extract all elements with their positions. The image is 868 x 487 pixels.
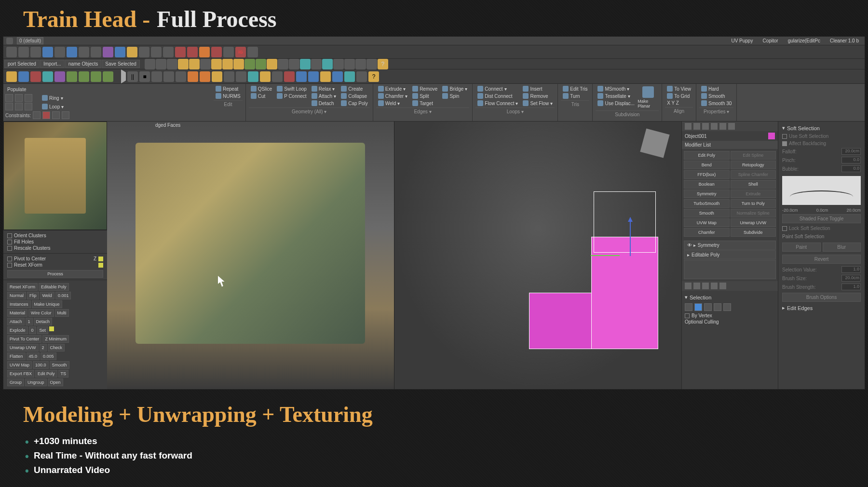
selection-rollout[interactable]: ▾ Selection — [685, 293, 775, 302]
swirl-icon[interactable] — [224, 71, 234, 82]
flatten-btn[interactable]: Flatten — [7, 352, 26, 360]
swift-loop-button[interactable]: Swift Loop — [275, 85, 309, 92]
t2-icon-5[interactable] — [54, 71, 65, 82]
ungroup-btn[interactable]: Ungroup — [25, 379, 47, 386]
paint-button[interactable]: Paint — [782, 243, 821, 252]
to-grid-button[interactable]: To Grid — [665, 93, 693, 99]
editpoly-btn[interactable]: Edit Poly — [35, 370, 57, 378]
mod-symmetry[interactable]: Symmetry — [684, 189, 730, 198]
z-swatch[interactable] — [98, 257, 103, 261]
unwrap-val[interactable]: 2 — [40, 344, 47, 352]
curve-editor-icon[interactable] — [355, 59, 366, 69]
render-icon[interactable] — [300, 59, 311, 69]
collapse-button[interactable]: Collapse — [339, 93, 370, 99]
sphere-icon[interactable] — [156, 59, 166, 69]
quick-align-icon[interactable] — [199, 47, 210, 57]
insert-button[interactable]: Insert — [521, 85, 555, 92]
import-button[interactable]: Import... — [40, 60, 65, 68]
link-icon[interactable] — [30, 47, 41, 57]
wave-icon[interactable] — [332, 71, 343, 82]
rename-objects-button[interactable]: name Objects — [65, 60, 102, 68]
nurms-button[interactable]: NURMS — [214, 93, 243, 99]
motion-tab-icon[interactable] — [711, 123, 718, 130]
mod-normspline[interactable]: Normalize Spline — [731, 209, 776, 217]
config-icon[interactable] — [719, 283, 726, 289]
mod-extrude[interactable]: Extrude — [731, 189, 776, 198]
spin-button[interactable]: Spin — [440, 93, 469, 99]
mod-smooth[interactable]: Smooth — [684, 209, 730, 217]
selset-icon[interactable] — [6, 38, 13, 44]
attach-val[interactable]: 1 — [26, 318, 33, 325]
detach-button[interactable]: Detach — [310, 100, 338, 107]
extrude-button[interactable]: Extrude ▾ — [376, 85, 409, 92]
fire-icon[interactable] — [188, 71, 198, 82]
explode-val[interactable]: 0 — [29, 326, 36, 334]
material-icon[interactable] — [289, 59, 299, 69]
cube-icon[interactable] — [278, 59, 288, 69]
trash-icon[interactable] — [163, 71, 174, 82]
target-button[interactable]: Target — [410, 100, 439, 107]
loop-play-icon[interactable] — [151, 71, 162, 82]
help2-icon[interactable]: ? — [368, 71, 379, 82]
border-mode-icon[interactable] — [25, 94, 32, 102]
attach-button[interactable]: Attach ▾ — [310, 93, 338, 99]
viewport-render[interactable] — [107, 122, 394, 389]
snap-icon[interactable] — [115, 47, 125, 57]
spinner-snap-icon[interactable] — [151, 47, 162, 57]
edge-subobj-icon[interactable] — [694, 303, 702, 311]
mod-shell[interactable]: Shell — [731, 180, 776, 189]
spiral-icon[interactable] — [236, 71, 246, 82]
rotate-icon[interactable] — [79, 47, 89, 57]
pivot-center-btn[interactable]: Pivot To Center — [7, 335, 41, 343]
cut-button[interactable]: Cut — [249, 93, 274, 99]
edit-edges-rollout[interactable]: ▸ Edit Edges — [782, 303, 861, 312]
gizmo-y[interactable] — [630, 217, 631, 256]
mod-boolean[interactable]: Boolean — [684, 180, 730, 189]
mod-retopology[interactable]: Retopology — [731, 161, 776, 169]
tree-icon[interactable] — [256, 59, 266, 69]
placement-icon[interactable] — [103, 47, 113, 57]
editable-poly-btn[interactable]: Editable Poly — [39, 283, 69, 291]
edge-mode-icon[interactable] — [15, 94, 23, 102]
help-icon[interactable]: ? — [378, 59, 388, 69]
falloff-input[interactable]: 20.0cm — [841, 148, 861, 155]
beer-icon[interactable] — [260, 71, 271, 82]
viewcube[interactable] — [640, 128, 669, 158]
attach-btn[interactable]: Attach — [7, 318, 25, 325]
gear-icon[interactable] — [212, 71, 222, 82]
orient-checkbox[interactable] — [7, 233, 12, 238]
make-unique-btn[interactable]: Make Unique — [32, 300, 62, 308]
fill-checkbox[interactable] — [7, 240, 12, 244]
hierarchy-tab-icon[interactable] — [702, 123, 709, 130]
revert-button[interactable]: Revert — [782, 255, 861, 264]
coffee-icon[interactable] — [272, 71, 283, 82]
camera-icon[interactable] — [200, 59, 211, 69]
c-edge-icon[interactable] — [42, 111, 50, 119]
soft-selection-rollout[interactable]: ▾ Soft Selection — [782, 123, 861, 133]
set-flow-button[interactable]: Set Flow ▾ — [521, 100, 555, 107]
border-subobj-icon[interactable] — [704, 303, 712, 311]
star-icon[interactable] — [222, 59, 233, 69]
detach-btn[interactable]: Detach — [34, 318, 53, 325]
stop-icon[interactable]: ■ — [139, 71, 150, 82]
scale-icon[interactable] — [91, 47, 101, 57]
t2-icon-1[interactable] — [6, 71, 17, 82]
wirecolor-btn[interactable]: Wire Color — [28, 309, 54, 317]
geometry[interactable] — [529, 189, 658, 349]
remove-button[interactable]: Remove — [410, 85, 439, 92]
make-planar-button[interactable]: Make Planar — [637, 85, 659, 109]
p-connect-button[interactable]: P Connect — [275, 93, 309, 99]
sun-icon[interactable] — [189, 59, 200, 69]
bridge-button[interactable]: Bridge ▾ — [440, 85, 469, 92]
mountain-icon[interactable] — [320, 71, 331, 82]
t2-icon-7[interactable] — [79, 71, 89, 82]
modify-tab-icon[interactable] — [693, 123, 700, 130]
t2-icon-4[interactable] — [42, 71, 53, 82]
menu-uv[interactable]: UV Puppy — [728, 38, 756, 44]
normal-align-icon[interactable] — [211, 47, 222, 57]
element-mode-icon[interactable] — [15, 103, 23, 110]
flip-btn[interactable]: Flip — [27, 292, 39, 299]
menu-cleaner[interactable]: Cleaner 1.0 b — [827, 38, 862, 44]
explode-btn[interactable]: Explode — [7, 326, 28, 334]
selection-set-dropdown[interactable]: 0 (default) — [17, 37, 43, 44]
